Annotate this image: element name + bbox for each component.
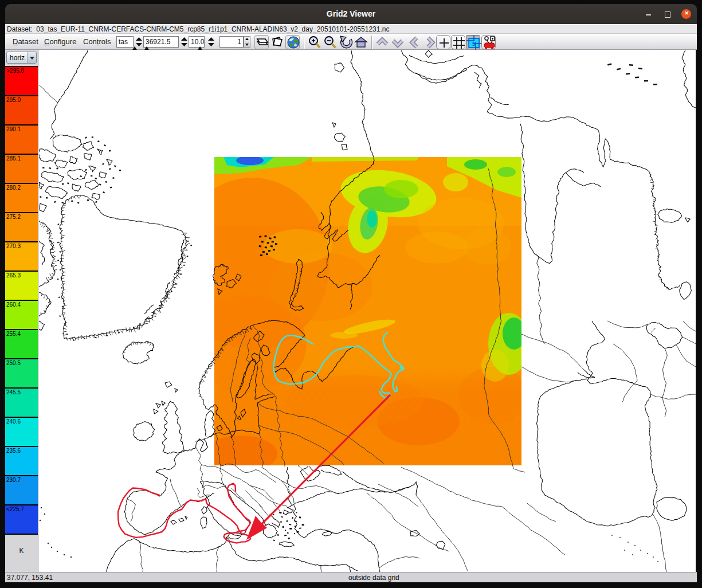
svg-text:5: 5 <box>472 41 475 47</box>
